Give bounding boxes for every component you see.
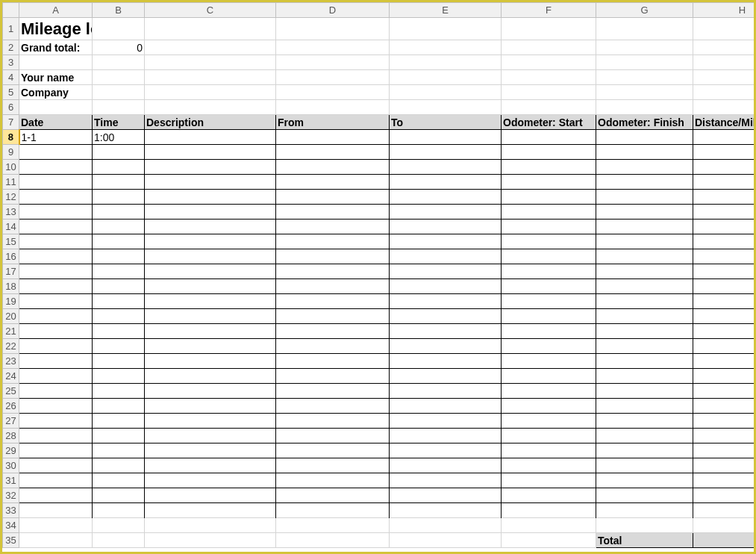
cell[interactable] (93, 488, 145, 503)
row-header-35[interactable]: 35 (3, 533, 19, 548)
cell[interactable] (276, 309, 390, 324)
cell[interactable] (19, 309, 93, 324)
cell[interactable] (145, 309, 276, 324)
cell[interactable] (19, 533, 93, 548)
cell[interactable] (502, 369, 596, 384)
cell[interactable] (276, 384, 390, 399)
company-label[interactable]: Company (19, 85, 93, 100)
cell[interactable] (693, 279, 757, 294)
cell[interactable] (390, 294, 502, 309)
cell[interactable] (390, 85, 502, 100)
cell[interactable] (502, 279, 596, 294)
cell[interactable] (276, 55, 390, 70)
cell[interactable] (93, 279, 145, 294)
cell[interactable] (502, 309, 596, 324)
row-header-32[interactable]: 32 (3, 488, 19, 503)
cell[interactable] (276, 458, 390, 473)
cell[interactable] (596, 175, 693, 190)
cell[interactable] (502, 399, 596, 414)
cell[interactable] (93, 399, 145, 414)
cell[interactable] (390, 369, 502, 384)
cell[interactable] (693, 414, 757, 429)
row-header-33[interactable]: 33 (3, 503, 19, 518)
cell[interactable] (693, 354, 757, 369)
cell[interactable] (145, 503, 276, 518)
header-description[interactable]: Description (145, 115, 276, 130)
cell[interactable] (145, 234, 276, 249)
cell[interactable] (390, 160, 502, 175)
col-header-C[interactable]: C (145, 3, 276, 18)
cell[interactable] (390, 190, 502, 205)
cell[interactable] (502, 414, 596, 429)
cell[interactable] (145, 220, 276, 234)
cell[interactable] (93, 234, 145, 249)
cell[interactable] (390, 40, 502, 55)
cell[interactable] (93, 145, 145, 160)
cell[interactable] (596, 160, 693, 175)
row-header-19[interactable]: 19 (3, 294, 19, 309)
cell[interactable] (276, 175, 390, 190)
cell[interactable] (93, 85, 145, 100)
cell[interactable] (693, 130, 757, 145)
cell[interactable] (93, 220, 145, 234)
cell[interactable] (19, 503, 93, 518)
cell[interactable] (145, 354, 276, 369)
cell[interactable] (596, 55, 693, 70)
header-to[interactable]: To (390, 115, 502, 130)
cell[interactable] (596, 294, 693, 309)
cell[interactable] (596, 503, 693, 518)
col-header-A[interactable]: A (19, 3, 93, 18)
row-header-12[interactable]: 12 (3, 190, 19, 205)
cell[interactable] (390, 458, 502, 473)
cell[interactable] (693, 40, 757, 55)
cell[interactable] (276, 205, 390, 220)
cell[interactable] (502, 100, 596, 115)
cell[interactable] (596, 249, 693, 264)
cell[interactable] (19, 384, 93, 399)
cell[interactable] (19, 100, 93, 115)
cell[interactable] (390, 249, 502, 264)
col-header-D[interactable]: D (276, 3, 390, 18)
row-header-27[interactable]: 27 (3, 414, 19, 429)
row-header-25[interactable]: 25 (3, 384, 19, 399)
cell[interactable] (145, 458, 276, 473)
cell[interactable] (93, 384, 145, 399)
cell[interactable] (596, 18, 693, 40)
cell[interactable] (276, 279, 390, 294)
cell[interactable] (276, 414, 390, 429)
cell[interactable] (693, 369, 757, 384)
cell[interactable] (693, 85, 757, 100)
cell[interactable] (93, 70, 145, 85)
cell[interactable] (19, 399, 93, 414)
grand-total-label[interactable]: Grand total: (19, 40, 93, 55)
cell[interactable] (93, 473, 145, 488)
cell[interactable] (19, 429, 93, 443)
cell[interactable] (390, 145, 502, 160)
cell[interactable] (693, 160, 757, 175)
cell[interactable] (596, 399, 693, 414)
cell[interactable] (19, 294, 93, 309)
cell[interactable] (145, 145, 276, 160)
row-header-8[interactable]: 8 (3, 130, 19, 145)
cell[interactable] (276, 264, 390, 279)
col-header-B[interactable]: B (93, 3, 145, 18)
cell[interactable] (390, 473, 502, 488)
cell[interactable] (596, 190, 693, 205)
cell[interactable] (93, 443, 145, 458)
cell[interactable] (93, 414, 145, 429)
cell[interactable] (693, 100, 757, 115)
cell[interactable] (596, 384, 693, 399)
cell[interactable] (502, 264, 596, 279)
row-header-9[interactable]: 9 (3, 145, 19, 160)
cell[interactable] (693, 324, 757, 339)
row-header-15[interactable]: 15 (3, 234, 19, 249)
cell[interactable] (502, 384, 596, 399)
cell[interactable] (596, 205, 693, 220)
row-header-4[interactable]: 4 (3, 70, 19, 85)
cell[interactable] (145, 518, 276, 533)
cell[interactable] (693, 488, 757, 503)
cell[interactable] (145, 40, 276, 55)
cell[interactable] (693, 175, 757, 190)
cell[interactable] (145, 18, 276, 40)
cell[interactable] (93, 324, 145, 339)
